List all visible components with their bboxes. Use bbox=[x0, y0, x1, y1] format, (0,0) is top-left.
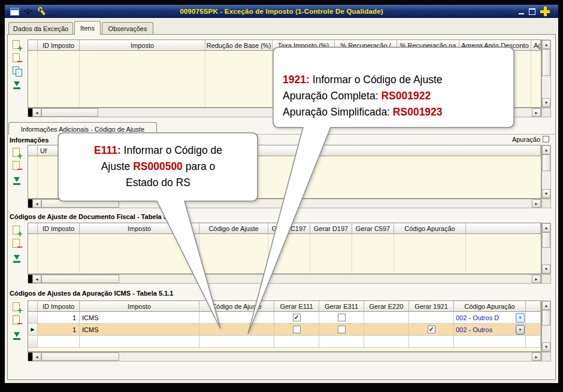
horizontal-scrollbar[interactable]: ◄ ► bbox=[28, 352, 541, 361]
info-section-title: Informações bbox=[10, 136, 49, 144]
maximize-button[interactable] bbox=[527, 7, 537, 16]
row-selector[interactable] bbox=[28, 336, 38, 348]
column-header: Imposto bbox=[80, 301, 199, 312]
scroll-left-button[interactable]: ◄ bbox=[32, 353, 41, 361]
horizontal-scrollbar[interactable]: ◄ ► bbox=[28, 199, 541, 208]
copy-rows-button[interactable] bbox=[12, 66, 23, 77]
cell-imposto[interactable]: ICMS bbox=[80, 312, 199, 324]
scroll-up-button[interactable]: ▲ bbox=[542, 301, 550, 310]
cell-codigo-ajuste[interactable] bbox=[199, 324, 274, 336]
minimize-icon bbox=[519, 13, 524, 14]
grid-splitter[interactable] bbox=[28, 108, 32, 117]
column-header: Gerar C197 bbox=[268, 223, 310, 234]
scroll-down-button[interactable]: ▼ bbox=[542, 342, 550, 351]
scrollbar-thumb[interactable] bbox=[542, 49, 550, 76]
cell-gerar-e220[interactable] bbox=[364, 312, 409, 324]
table-row[interactable]: 1 ICMS ✓ 002 - Outros D ▼ bbox=[28, 312, 541, 324]
cell-gerar-1921[interactable]: ✓ bbox=[409, 324, 454, 336]
add-row-button[interactable]: + bbox=[12, 147, 23, 158]
cell-codigo-apuracao[interactable]: 002 - Outros D ▼ bbox=[454, 312, 526, 324]
table-row[interactable] bbox=[28, 336, 541, 348]
add-row-button[interactable]: + bbox=[12, 39, 23, 50]
checkbox-gerar-e311[interactable] bbox=[338, 326, 346, 333]
row-selector[interactable] bbox=[28, 312, 38, 324]
scroll-up-button[interactable]: ▲ bbox=[542, 223, 550, 232]
scrollbar-thumb[interactable] bbox=[41, 108, 98, 117]
combo-dropdown-button[interactable]: ▼ bbox=[516, 313, 525, 323]
delete-row-button[interactable]: − bbox=[12, 53, 23, 63]
tab-dados-da-excecao[interactable]: Dados da Exceção bbox=[8, 22, 73, 34]
tab-itens[interactable]: Itens bbox=[74, 21, 101, 35]
cell-codigo-apuracao[interactable]: 002 - Outros ▼ bbox=[454, 324, 526, 336]
apuracao-checkbox[interactable] bbox=[543, 136, 549, 142]
horizontal-scrollbar[interactable]: ◄ ► bbox=[28, 274, 541, 284]
scroll-up-button[interactable]: ▲ bbox=[542, 145, 550, 154]
cell-gerar-e111[interactable] bbox=[274, 324, 319, 336]
codigo-apuracao-combo[interactable]: 002 - Outros D ▼ bbox=[454, 312, 525, 323]
cell-gerar-e311[interactable] bbox=[319, 312, 364, 324]
scroll-right-button[interactable]: ► bbox=[532, 199, 541, 208]
checkbox-gerar-e111[interactable] bbox=[293, 326, 301, 333]
scroll-left-button[interactable]: ◄ bbox=[32, 199, 41, 208]
add-row-button[interactable]: + bbox=[12, 225, 23, 236]
checkbox-gerar-e111[interactable]: ✓ bbox=[293, 314, 301, 321]
scroll-down-button[interactable]: ▼ bbox=[542, 265, 550, 274]
codigo-apuracao-combo[interactable]: 002 - Outros ▼ bbox=[454, 324, 525, 335]
checkbox-gerar-e311[interactable] bbox=[338, 314, 346, 321]
cell-gerar-e311[interactable] bbox=[319, 324, 364, 336]
scrollbar-thumb[interactable] bbox=[542, 232, 550, 248]
cell-imposto[interactable]: ICMS bbox=[80, 324, 199, 336]
scrollbar-thumb[interactable] bbox=[41, 199, 119, 208]
column-header: Gerar E311 bbox=[319, 301, 364, 312]
scrollbar-thumb[interactable] bbox=[41, 275, 119, 283]
go-last-row-button[interactable] bbox=[12, 253, 23, 264]
tab-observacoes[interactable]: Observações bbox=[102, 22, 153, 34]
scroll-up-button[interactable]: ▲ bbox=[542, 40, 550, 49]
cell-id-imposto[interactable]: 1 bbox=[38, 312, 80, 324]
go-last-row-button[interactable] bbox=[12, 175, 23, 186]
column-header: Gerar D197 bbox=[310, 223, 352, 234]
vertical-scrollbar[interactable]: ▲ ▼ bbox=[541, 223, 551, 274]
column-header: ID Imposto bbox=[38, 40, 80, 51]
column-header: Código de Ajuste bbox=[199, 223, 268, 234]
vertical-scrollbar[interactable]: ▲ ▼ bbox=[541, 300, 551, 352]
callout-code: RS001923 bbox=[393, 106, 443, 118]
scroll-left-button[interactable]: ◄ bbox=[32, 108, 41, 117]
checkbox-gerar-1921[interactable]: ✓ bbox=[428, 326, 435, 333]
cell-id-imposto[interactable]: 1 bbox=[38, 324, 80, 336]
scroll-right-button[interactable]: ► bbox=[532, 353, 541, 361]
delete-row-button[interactable]: − bbox=[12, 160, 23, 171]
cell-gerar-e111[interactable]: ✓ bbox=[274, 312, 319, 324]
scroll-right-button[interactable]: ► bbox=[532, 108, 541, 117]
grid-splitter[interactable] bbox=[28, 275, 32, 283]
scroll-down-button[interactable]: ▼ bbox=[542, 189, 550, 198]
column-header: Gerar 1921 bbox=[409, 301, 454, 312]
cell-codigo-ajuste[interactable] bbox=[199, 312, 274, 324]
tab-informacoes-adicionais[interactable]: Informações Adicionais - Código de Ajust… bbox=[8, 122, 157, 135]
cell-gerar-1921[interactable] bbox=[409, 312, 454, 324]
delete-row-button[interactable]: − bbox=[12, 238, 23, 249]
minimize-button[interactable] bbox=[516, 7, 526, 16]
close-button[interactable] bbox=[540, 7, 550, 16]
scroll-right-button[interactable]: ► bbox=[532, 275, 541, 283]
table-row[interactable]: ▶ 1 ICMS ✓ 002 - Outros ▼ bbox=[28, 324, 541, 336]
row-selector[interactable]: ▶ bbox=[28, 324, 38, 336]
go-last-row-button[interactable] bbox=[12, 80, 23, 90]
doc-fiscal-grid-body bbox=[28, 234, 541, 274]
vertical-scrollbar[interactable]: ▲ ▼ bbox=[541, 145, 551, 199]
column-header: Imposto bbox=[80, 40, 205, 51]
grid-splitter[interactable] bbox=[28, 199, 32, 208]
add-row-button[interactable]: + bbox=[12, 302, 23, 312]
scroll-left-button[interactable]: ◄ bbox=[32, 275, 41, 283]
vertical-scrollbar[interactable]: ▲ ▼ bbox=[541, 39, 551, 108]
scrollbar-thumb[interactable] bbox=[542, 310, 550, 326]
scrollbar-thumb[interactable] bbox=[542, 154, 550, 171]
grid-splitter[interactable] bbox=[28, 353, 32, 361]
combo-dropdown-button[interactable]: ▼ bbox=[516, 325, 525, 335]
scrollbar-thumb[interactable] bbox=[41, 353, 119, 361]
go-last-row-button[interactable] bbox=[12, 330, 23, 341]
callout-1921-text: 1921: Informar o Código de Ajuste Apuraç… bbox=[283, 72, 510, 120]
delete-row-button[interactable]: − bbox=[12, 315, 23, 326]
scroll-down-button[interactable]: ▼ bbox=[542, 98, 550, 107]
cell-gerar-e220[interactable] bbox=[364, 324, 409, 336]
